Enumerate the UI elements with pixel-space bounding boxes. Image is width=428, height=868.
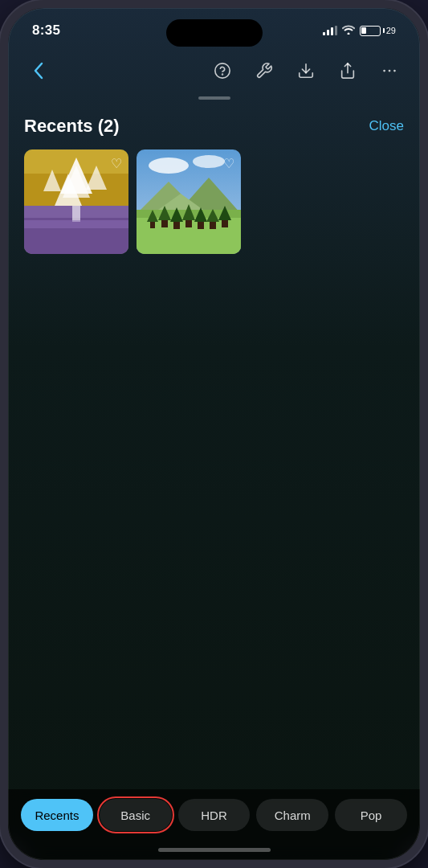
help-button[interactable] (208, 56, 237, 85)
home-indicator (158, 848, 271, 852)
tab-recents[interactable]: Recents (21, 799, 93, 831)
photo-heart-2: ♡ (223, 156, 234, 171)
svg-rect-30 (161, 220, 168, 227)
svg-point-20 (149, 158, 189, 174)
toolbar-actions (208, 56, 404, 85)
signal-bars-icon (323, 26, 337, 35)
toolbar (8, 48, 420, 93)
svg-rect-36 (198, 222, 204, 229)
tab-basic[interactable]: Basic (100, 799, 172, 831)
status-time: 8:35 (32, 23, 60, 39)
main-content: Recents (2) Close (8, 103, 420, 789)
battery-container: 29 (360, 26, 396, 36)
recents-title: Recents (2) (24, 116, 120, 137)
svg-point-5 (389, 70, 391, 72)
svg-point-4 (383, 70, 385, 72)
svg-point-0 (215, 63, 230, 78)
share-button[interactable] (333, 56, 362, 85)
svg-rect-40 (222, 220, 228, 227)
battery-level: 29 (386, 26, 396, 35)
svg-rect-32 (173, 222, 180, 229)
battery-icon (360, 26, 381, 36)
more-button[interactable] (375, 56, 404, 85)
svg-rect-38 (210, 222, 216, 229)
svg-point-6 (393, 70, 396, 72)
svg-point-21 (193, 155, 225, 168)
svg-rect-15 (72, 206, 80, 222)
recents-header: Recents (2) Close (24, 103, 404, 149)
drag-indicator (8, 93, 420, 103)
photo-heart-1: ♡ (111, 156, 122, 171)
status-right: 29 (323, 25, 396, 37)
screen: 8:35 (8, 8, 420, 860)
back-button[interactable] (24, 56, 53, 85)
photo-item-1[interactable]: ♡ (24, 149, 128, 254)
photo-item-2[interactable]: ♡ (137, 149, 241, 254)
wifi-icon (342, 25, 355, 37)
svg-rect-28 (150, 222, 155, 228)
tab-pop[interactable]: Pop (335, 799, 407, 831)
phone-frame: 8:35 (0, 0, 428, 868)
dynamic-island (166, 19, 263, 47)
close-button[interactable]: Close (369, 118, 404, 134)
photo-grid: ♡ (24, 149, 404, 254)
svg-rect-34 (185, 220, 192, 227)
tab-bar-inner: Recents Basic HDR Charm Pop (21, 799, 407, 831)
tab-hdr[interactable]: HDR (178, 799, 251, 831)
tools-button[interactable] (250, 56, 279, 85)
tab-charm[interactable]: Charm (256, 799, 328, 831)
download-button[interactable] (291, 56, 320, 85)
svg-point-1 (222, 74, 223, 75)
svg-rect-18 (24, 220, 128, 228)
